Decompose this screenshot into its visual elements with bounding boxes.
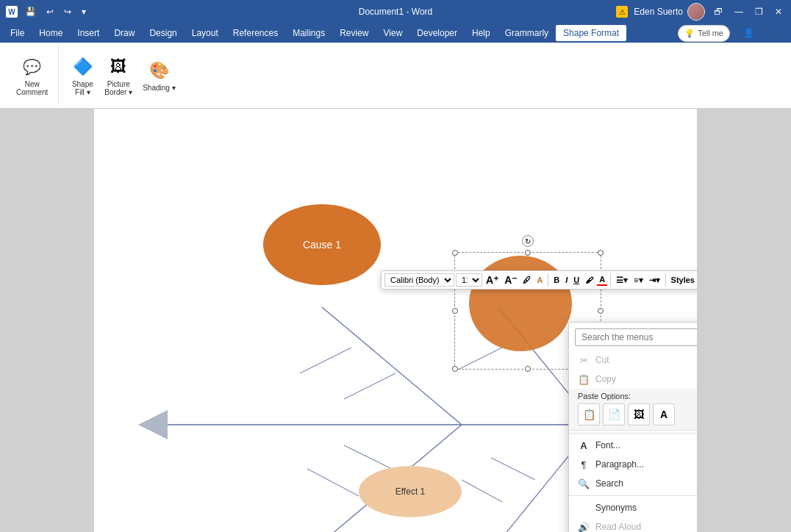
divider-2 [610,273,611,287]
document-area: Cause 1 Effect 1 Effect 2 ↻ Calibri [0,109,791,532]
underline-btn[interactable]: U [571,275,581,285]
bold-btn[interactable]: B [551,275,562,285]
font-highlight-btn[interactable]: A [534,275,545,285]
ctx-paste-icons: 📋 📄 🖼 A [578,403,697,425]
ctx-synonyms[interactable]: Synonyms ▶ [569,498,697,517]
menu-home[interactable]: Home [32,25,70,41]
shading-btn[interactable]: 🎨 Shading ▾ [138,56,179,95]
menu-insert[interactable]: Insert [70,25,107,41]
font-size-select[interactable]: 11 [456,273,482,287]
ctx-paste-merge[interactable]: 📄 [603,403,625,425]
italic-btn[interactable]: I [563,275,570,285]
redo-btn[interactable]: ↪ [61,5,74,18]
ribbon-group-insert: 💬 NewComment [6,46,59,105]
restore-window-btn[interactable]: 🗗 [711,5,726,18]
lightbulb-icon: 💡 [684,29,695,38]
ctx-font-label: Font... [595,440,620,450]
ctx-paste-keep-source[interactable]: 📋 [578,403,600,425]
title-bar-right: ⚠ Eden Suerto 🗗 — ❐ ✕ [616,3,785,21]
menu-draw[interactable]: Draw [107,25,142,41]
synonyms-icon [578,502,590,514]
menu-mailings[interactable]: Mailings [285,25,332,41]
undo-btn[interactable]: ↩ [43,5,57,18]
paragraph-icon: ¶ [578,459,590,470]
highlight-btn[interactable]: 🖌 [583,275,595,285]
share-label: Share [757,28,781,38]
new-comment-icon: 💬 [21,55,44,79]
text-color-btn[interactable]: A [597,274,607,286]
rotate-handle[interactable]: ↻ [522,235,534,247]
indent-btn[interactable]: ⇥▾ [647,275,662,286]
save-quick-btn[interactable]: 💾 [22,5,39,18]
handle-middle-left[interactable] [452,308,458,314]
effect1-shape[interactable]: Effect 1 [359,466,462,517]
menu-references[interactable]: References [226,25,285,41]
ctx-paste-text-only[interactable]: A [653,403,675,425]
font-color-format-btn[interactable]: 🖊 [520,275,533,285]
handle-top-middle[interactable] [525,250,531,256]
ctx-search-label: Search [595,478,623,489]
ctx-read-aloud-label: Read Aloud [595,522,641,532]
styles-label: Styles [671,276,695,284]
svg-line-2 [322,307,462,425]
tell-me-label: Tell me [698,29,723,37]
share-btn[interactable]: 👤 Share [736,25,788,41]
document-title: Document1 - Word [359,7,432,17]
svg-marker-1 [138,410,168,439]
font-decrease-btn[interactable]: A⁻ [502,273,519,287]
new-comment-btn[interactable]: 💬 NewComment [12,52,52,99]
handle-bottom-left[interactable] [452,366,458,372]
tell-me-btn[interactable]: 💡 Tell me [678,25,730,42]
title-text: Document1 - Word [359,7,432,17]
ctx-paragraph[interactable]: ¶ Paragraph... [569,455,697,474]
ctx-search[interactable]: 🔍 Search [569,474,697,493]
customize-btn[interactable]: ▾ [79,5,89,18]
context-menu-search[interactable] [575,328,697,346]
ctx-separator-1 [569,433,697,434]
warning-icon: ⚠ [616,6,628,18]
menu-help[interactable]: Help [465,25,498,41]
menu-design[interactable]: Design [142,25,184,41]
new-comment-label: NewComment [16,80,48,96]
picture-border-icon: 🖼 [107,55,130,79]
ctx-cut[interactable]: ✂ Cut [569,351,697,370]
ctx-read-aloud[interactable]: 🔊 Read Aloud [569,517,697,532]
document-page: Cause 1 Effect 1 Effect 2 ↻ Calibri [94,109,697,532]
handle-bottom-middle[interactable] [525,366,531,372]
shape-fill-btn[interactable]: 🔷 ShapeFill ▾ [66,52,99,99]
ctx-separator-2 [569,495,697,496]
font-increase-btn[interactable]: A⁺ [484,273,501,287]
user-avatar[interactable] [687,3,705,21]
menu-review[interactable]: Review [332,25,376,41]
menu-shape-format[interactable]: Shape Format [556,25,626,41]
svg-line-8 [307,469,359,496]
ctx-font[interactable]: A Font... [569,436,697,455]
ctx-copy-label: Copy [595,374,616,384]
menu-view[interactable]: View [376,25,410,41]
menu-grammarly[interactable]: Grammarly [498,25,556,41]
read-aloud-icon: 🔊 [578,521,590,532]
menu-developer[interactable]: Developer [409,25,465,41]
font-name-select[interactable]: Calibri (Body) [384,273,454,287]
bullets-btn[interactable]: ☰▾ [614,275,630,286]
ctx-copy[interactable]: 📋 Copy [569,370,697,389]
maximize-btn[interactable]: ❐ [752,5,766,18]
styles-btn[interactable]: Styles [669,275,697,285]
minimize-btn[interactable]: — [731,5,746,18]
divider-1 [548,273,548,287]
cause1-label: Cause 1 [303,239,341,251]
cause1-shape[interactable]: Cause 1 [263,204,381,285]
context-menu: ✂ Cut 📋 Copy Paste Options: 📋 📄 🖼 A [568,322,697,532]
svg-line-7 [344,373,396,399]
handle-middle-right[interactable] [598,308,604,314]
picture-border-btn[interactable]: 🖼 PictureBorder ▾ [100,52,137,99]
handle-top-left[interactable] [452,250,458,256]
handle-top-right[interactable] [598,250,604,256]
close-btn[interactable]: ✕ [772,5,785,18]
font-icon: A [578,439,590,451]
cut-icon: ✂ [578,354,590,366]
ctx-paste-picture[interactable]: 🖼 [628,403,650,425]
menu-file[interactable]: File [3,25,32,41]
menu-layout[interactable]: Layout [185,25,226,41]
numbering-btn[interactable]: ≡▾ [631,275,645,286]
